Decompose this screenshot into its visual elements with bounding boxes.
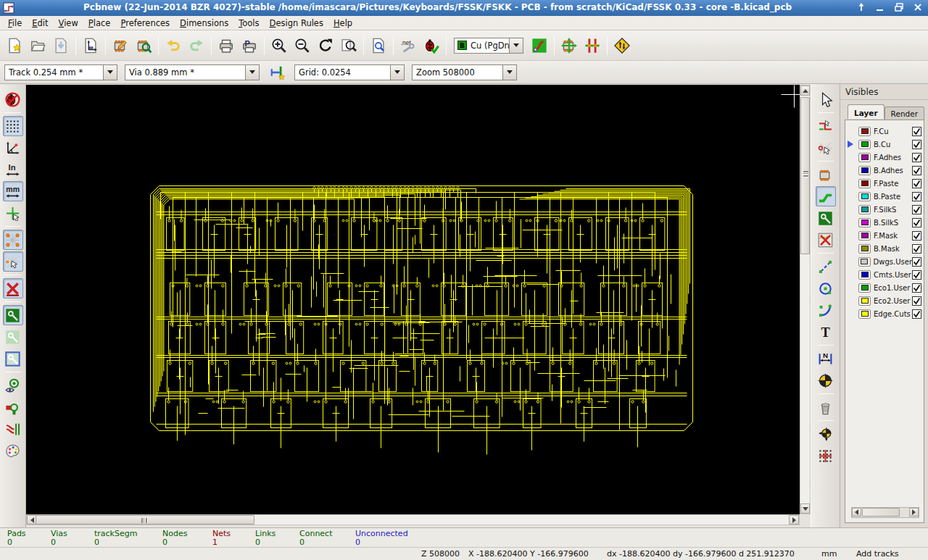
- panel-scroll-left-button[interactable]: [852, 508, 861, 517]
- menu-design-rules[interactable]: Design Rules: [265, 17, 328, 30]
- layer-visibility-checkbox[interactable]: [912, 205, 921, 214]
- autoroute-mode-button[interactable]: [611, 35, 633, 57]
- chevron-down-icon[interactable]: [245, 65, 259, 80]
- place-origin-button[interactable]: [816, 424, 836, 444]
- panel-scroll-right-button[interactable]: [909, 508, 919, 517]
- freeroute-button[interactable]: [529, 35, 550, 57]
- scroll-up-button[interactable]: [800, 85, 810, 96]
- page-settings-button[interactable]: [80, 35, 102, 57]
- panel-scroll-thumb[interactable]: [862, 508, 900, 517]
- general-ratsnest-button[interactable]: [3, 230, 23, 250]
- layer-color-button[interactable]: [858, 127, 871, 136]
- units-mm-button[interactable]: mm: [3, 181, 23, 201]
- redo-button[interactable]: [186, 35, 207, 57]
- delete-tool-button[interactable]: [816, 397, 836, 417]
- layer-color-button[interactable]: [858, 205, 871, 214]
- restore-window-button[interactable]: [893, 1, 905, 13]
- zoom-out-button[interactable]: [291, 35, 313, 57]
- layer-visibility-checkbox[interactable]: [912, 166, 921, 175]
- layer-visibility-checkbox[interactable]: [912, 192, 921, 201]
- layer-color-button[interactable]: [858, 166, 871, 175]
- layer-visibility-checkbox[interactable]: [912, 179, 921, 188]
- chevron-down-icon[interactable]: [502, 65, 516, 80]
- via-sketch-button[interactable]: [3, 375, 23, 396]
- layer-color-button[interactable]: [858, 309, 871, 319]
- chevron-down-icon[interactable]: [103, 65, 117, 80]
- grid-visibility-button[interactable]: [3, 116, 23, 136]
- menu-view[interactable]: View: [54, 17, 83, 30]
- add-line-button[interactable]: [816, 256, 836, 277]
- add-text-button[interactable]: T: [816, 322, 836, 342]
- zones-filled-button[interactable]: [3, 305, 23, 325]
- layer-visibility-checkbox[interactable]: [912, 140, 921, 149]
- netlist-button[interactable]: .net: [397, 35, 419, 57]
- layer-color-button[interactable]: [858, 257, 871, 267]
- layer-visibility-checkbox[interactable]: [912, 257, 921, 267]
- module-ratsnest-button[interactable]: [3, 251, 23, 272]
- add-module-button[interactable]: [816, 164, 836, 185]
- save-board-button[interactable]: [50, 35, 72, 57]
- track-width-select[interactable]: Track 0.254 mm *: [4, 64, 117, 80]
- layer-color-button[interactable]: [858, 140, 871, 149]
- add-dimension-button[interactable]: N: [816, 348, 836, 369]
- add-arc-button[interactable]: [816, 300, 836, 320]
- add-circle-button[interactable]: [816, 278, 836, 298]
- menu-tools[interactable]: Tools: [233, 17, 264, 30]
- tab-layer[interactable]: Layer: [848, 104, 884, 119]
- add-track-button[interactable]: [816, 186, 836, 206]
- polar-coords-button[interactable]: [3, 138, 23, 158]
- menu-dimensions[interactable]: Dimensions: [175, 17, 233, 30]
- auto-delete-track-button[interactable]: [3, 278, 23, 298]
- find-button[interactable]: [368, 35, 389, 57]
- menu-help[interactable]: Help: [328, 17, 357, 30]
- pcb-canvas[interactable]: [26, 85, 800, 514]
- layer-color-button[interactable]: [858, 192, 871, 201]
- zoom-redraw-button[interactable]: [315, 35, 336, 57]
- layer-color-button[interactable]: [858, 153, 871, 162]
- open-board-button[interactable]: [27, 35, 49, 57]
- layer-visibility-checkbox[interactable]: [912, 283, 921, 293]
- grid-origin-button[interactable]: [816, 446, 836, 466]
- chevron-down-icon[interactable]: [390, 65, 404, 80]
- track-drag-mode-button[interactable]: [581, 35, 603, 57]
- layer-color-button[interactable]: [858, 231, 871, 241]
- menu-edit[interactable]: Edit: [27, 17, 53, 30]
- pcb-canvas-area[interactable]: [26, 85, 800, 514]
- local-ratsnest-button[interactable]: [816, 138, 836, 158]
- module-editor-button[interactable]: [109, 35, 131, 57]
- layer-visibility-checkbox[interactable]: [912, 309, 921, 319]
- menu-place[interactable]: Place: [83, 17, 116, 30]
- horizontal-scrollbar[interactable]: [26, 514, 800, 525]
- units-inch-button[interactable]: In: [3, 159, 23, 180]
- layer-visibility-checkbox[interactable]: [912, 231, 921, 241]
- zoom-in-button[interactable]: [268, 35, 290, 57]
- drc-button[interactable]: [420, 35, 442, 57]
- scroll-right-button[interactable]: [789, 515, 799, 525]
- scroll-down-button[interactable]: [800, 503, 810, 514]
- close-window-button[interactable]: [912, 1, 924, 13]
- active-layer-select[interactable]: BCu (PgDn): [454, 38, 523, 54]
- layer-color-button[interactable]: [858, 244, 871, 254]
- highlight-net-button[interactable]: [816, 116, 836, 136]
- track-sketch-button[interactable]: [3, 419, 23, 439]
- panel-horizontal-scrollbar[interactable]: [851, 507, 919, 518]
- zones-nofill-button[interactable]: [3, 348, 23, 369]
- grid-size-select[interactable]: Grid: 0.0254: [294, 64, 405, 80]
- layer-color-button[interactable]: [858, 218, 871, 227]
- cursor-shape-button[interactable]: [3, 203, 23, 223]
- layer-visibility-checkbox[interactable]: [912, 244, 921, 254]
- menu-preferences[interactable]: Preferences: [115, 17, 175, 30]
- drc-off-button[interactable]: [3, 89, 23, 109]
- layer-color-button[interactable]: [858, 283, 871, 293]
- layer-visibility-checkbox[interactable]: [912, 127, 921, 136]
- pad-sketch-button[interactable]: [3, 397, 23, 417]
- menu-file[interactable]: File: [3, 17, 27, 30]
- module-viewer-button[interactable]: [133, 35, 154, 57]
- horizontal-scroll-thumb[interactable]: [36, 515, 254, 525]
- add-keepout-button[interactable]: [816, 230, 836, 250]
- zoom-level-select[interactable]: Zoom 508000: [412, 64, 517, 80]
- shade-window-button[interactable]: [856, 1, 867, 13]
- select-tool-button[interactable]: [816, 89, 836, 109]
- undo-button[interactable]: [162, 35, 184, 57]
- add-zone-button[interactable]: [816, 208, 836, 228]
